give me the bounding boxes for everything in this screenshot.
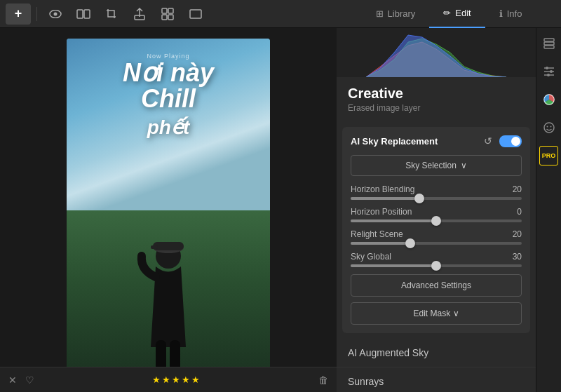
delete-icon[interactable]: 🗑 [318,374,328,386]
sky-box-controls: ↺ [482,134,522,148]
horizon-position-value: 0 [517,207,522,217]
sky-global-thumb[interactable] [431,261,441,271]
edit-tab-label: Edit [455,8,471,18]
sky-global-fill [351,264,436,267]
svg-rect-17 [544,42,554,45]
svg-rect-18 [544,46,554,48]
svg-point-24 [547,74,550,76]
face-icon[interactable] [539,118,559,137]
horizon-blending-slider-row: Horizon Blending 20 [351,184,522,200]
relight-scene-value: 20 [513,229,522,239]
horizon-blending-fill [351,197,419,200]
svg-rect-7 [162,15,167,20]
svg-rect-13 [151,245,158,249]
list-item-ai-augmented-sky[interactable]: AI Augmented Sky [337,339,536,367]
fullscreen-button[interactable] [183,4,208,25]
svg-rect-2 [77,10,83,18]
svg-point-1 [54,12,58,15]
share-button[interactable] [127,4,152,25]
horizon-position-thumb[interactable] [431,216,441,226]
main-title: Nơi này Chill phết [67,60,270,139]
compare-button[interactable] [71,4,96,25]
sky-replacement-box: AI Sky Replacement ↺ Sky Selection ∨ Hor… [342,127,530,333]
relight-scene-label-row: Relight Scene 20 [351,229,522,239]
toolbar-left: + [0,4,337,25]
relight-scene-thumb[interactable] [405,238,415,248]
horizon-position-fill [351,219,436,222]
histogram [337,28,536,77]
toggle-switch[interactable] [499,135,522,147]
separator [36,7,37,21]
edit-icon: ✏ [443,8,451,18]
grid-button[interactable] [155,4,180,25]
sky-global-label-row: Sky Global 30 [351,252,522,262]
edit-panel: Creative Erased image layer AI Sky Repla… [337,28,536,392]
horizon-blending-label-row: Horizon Blending 20 [351,184,522,194]
sky-global-slider-row: Sky Global 30 [351,252,522,267]
eye-button[interactable] [43,4,68,25]
tab-edit[interactable]: ✏ Edit [429,0,485,28]
star-rating[interactable]: ★★★★★ [152,374,201,385]
right-panel: Creative Erased image layer AI Sky Repla… [337,28,561,392]
svg-point-27 [546,126,548,128]
sky-selection-label: Sky Selection [405,161,457,170]
horizon-position-label-row: Horizon Position 0 [351,207,522,217]
relight-scene-label: Relight Scene [351,229,403,239]
relight-scene-track[interactable] [351,242,522,245]
toolbar-tabs: ⊞ Library ✏ Edit ℹ Info [337,0,561,28]
histogram-svg [359,32,513,77]
relight-scene-slider-row: Relight Scene 20 [351,229,522,245]
layers-icon[interactable] [539,34,559,53]
flag-icon[interactable]: ♡ [25,374,34,386]
svg-rect-6 [168,8,173,13]
info-icon: ℹ [499,8,503,19]
horizon-blending-value: 20 [513,184,522,194]
heart-icon[interactable]: ✕ [8,374,17,386]
color-wheel-icon[interactable] [539,90,559,109]
svg-rect-3 [84,10,90,18]
reset-button[interactable]: ↺ [482,134,494,148]
tab-info[interactable]: ℹ Info [485,0,536,28]
svg-point-28 [550,126,551,128]
horizon-position-slider-row: Horizon Position 0 [351,207,522,222]
svg-point-26 [544,123,554,133]
svg-rect-16 [544,39,554,41]
pro-badge[interactable]: PRO [539,146,559,165]
sky-replacement-title: AI Sky Replacement [351,136,438,147]
bottom-left-icons: ✕ ♡ [8,374,34,386]
sky-box-header: AI Sky Replacement ↺ [351,134,522,148]
section-title: Creative [337,83,536,103]
tab-library[interactable]: ⊞ Library [362,0,430,28]
sky-selection-button[interactable]: Sky Selection ∨ [351,155,522,176]
adjustments-icon[interactable] [539,62,559,81]
list-item-sunrays[interactable]: Sunrays [337,367,536,392]
relight-scene-fill [351,242,410,245]
toolbar: + ⊞ Library ✏ Edit ℹ Info [0,0,561,28]
horizon-blending-thumb[interactable] [414,194,424,203]
sky-global-label: Sky Global [351,252,391,262]
library-icon: ⊞ [376,8,384,19]
horizon-blending-label: Horizon Blending [351,184,414,194]
horizon-blending-track[interactable] [351,197,522,200]
main-content: Now Playing Nơi này Chill phết ✕ ♡ ★★★★★… [0,28,561,392]
info-tab-label: Info [507,8,522,19]
sky-global-track[interactable] [351,264,522,267]
advanced-settings-button[interactable]: Advanced Settings [351,274,522,297]
sky-global-value: 30 [513,252,522,262]
horizon-position-track[interactable] [351,219,522,222]
edit-mask-button[interactable]: Edit Mask ∨ [351,302,522,325]
svg-point-22 [546,67,548,69]
library-tab-label: Library [388,8,416,19]
svg-point-23 [550,70,553,73]
photo-panel: Now Playing Nơi này Chill phết ✕ ♡ ★★★★★… [0,28,337,392]
svg-rect-5 [162,8,167,13]
photo-container: Now Playing Nơi này Chill phết [67,39,270,382]
person-silhouette [126,207,210,382]
ai-augmented-sky-label: AI Augmented Sky [348,347,428,358]
section-subtitle: Erased image layer [337,103,536,121]
dropdown-arrow-icon: ∨ [461,161,467,170]
svg-rect-9 [190,10,201,18]
bottom-bar: ✕ ♡ ★★★★★ 🗑 [0,367,337,392]
add-button[interactable]: + [6,4,31,25]
crop-button[interactable] [99,4,124,25]
